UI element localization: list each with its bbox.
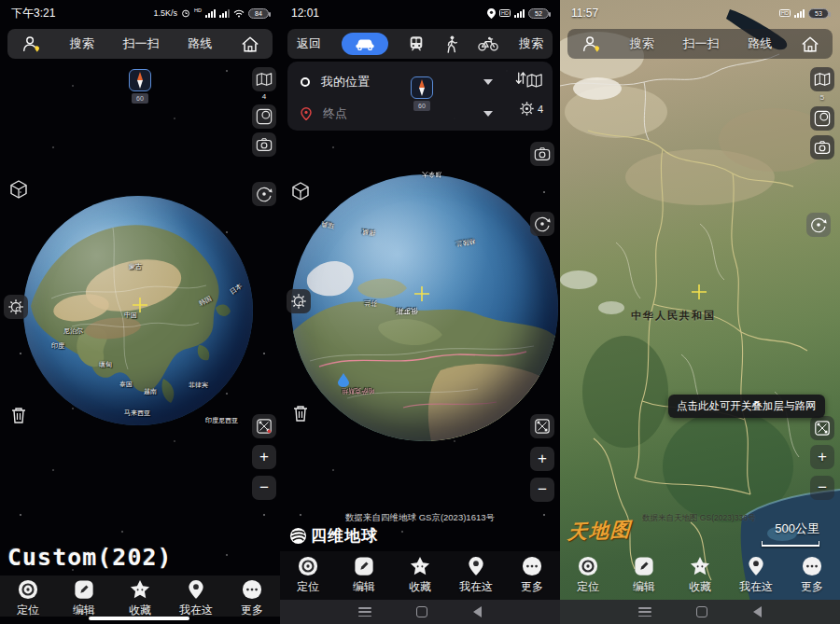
nav-label: 定位 [577, 579, 599, 595]
route-list-button[interactable] [515, 71, 543, 90]
profile-button[interactable] [581, 35, 601, 53]
screenshot-button[interactable] [810, 135, 834, 159]
destination-pin-icon [301, 107, 312, 120]
route-settings-button[interactable]: 4 [519, 101, 543, 117]
camera-icon [814, 140, 831, 155]
profile-button[interactable] [21, 35, 41, 53]
overlay-tooltip[interactable]: 点击此处可开关叠加层与路网 [668, 395, 825, 418]
overlay-grid-icon [814, 420, 831, 437]
search-button[interactable]: 搜索 [630, 35, 654, 52]
map-label: 芬兰 [364, 298, 377, 308]
back-triangle-icon[interactable] [753, 606, 762, 617]
3d-mode-button[interactable] [7, 177, 31, 201]
clock: 11:57 [571, 7, 598, 20]
recent-apps-icon[interactable] [358, 607, 371, 617]
scan-button[interactable]: 扫一扫 [683, 35, 720, 52]
overlay-toggle-button[interactable] [810, 416, 834, 440]
nav-locate[interactable]: 定位 [2, 579, 54, 618]
zoom-in-button[interactable]: + [530, 447, 554, 471]
layer-count-badge: 4 [252, 92, 276, 101]
recent-apps-icon[interactable] [638, 607, 651, 617]
search-button[interactable]: 搜索 [70, 35, 94, 52]
route-to-field[interactable]: 终点 [323, 105, 347, 122]
zoom-in-button[interactable]: + [810, 445, 834, 469]
nav-favorites[interactable]: 收藏 [394, 556, 446, 595]
atlas-button[interactable] [252, 67, 276, 91]
earth-globe-inverted[interactable] [291, 174, 558, 441]
route-to-row[interactable]: 终点 [301, 103, 493, 125]
compass-widget[interactable] [411, 76, 433, 99]
overlay-toggle-button[interactable] [252, 414, 276, 438]
battery-icon: 84 [248, 8, 269, 19]
tianditu-logo: 天地图 [567, 516, 632, 546]
signal-icon-sim2 [219, 9, 230, 18]
screenshot-button[interactable] [252, 132, 276, 157]
nav-label: 定位 [17, 603, 39, 618]
compass-calibrate-button[interactable] [810, 106, 834, 131]
chevron-down-icon[interactable] [483, 79, 493, 85]
nav-locate[interactable]: 定位 [562, 556, 614, 595]
nav-edit[interactable]: 编辑 [58, 579, 110, 618]
data-attribution: 数据来自四维地球 GS京(2023)1613号 [280, 512, 560, 524]
person-icon [581, 35, 601, 53]
net-speed: 1.5K/s [154, 8, 178, 18]
nav-im-here[interactable]: 我在这 [170, 579, 222, 618]
nav-more[interactable]: 更多 [786, 556, 838, 595]
scan-button[interactable]: 扫一扫 [123, 35, 160, 52]
screenshot-button[interactable] [530, 142, 554, 166]
nav-more[interactable]: 更多 [506, 556, 558, 595]
back-triangle-icon[interactable] [473, 606, 482, 617]
home-square-icon[interactable] [416, 606, 427, 617]
map-settings-button[interactable] [287, 289, 311, 313]
nav-more[interactable]: 更多 [226, 579, 278, 618]
map-settings-button[interactable] [4, 295, 28, 319]
nav-edit[interactable]: 编辑 [338, 556, 390, 595]
delete-button[interactable] [7, 403, 31, 427]
mode-walk-button[interactable] [445, 35, 458, 53]
zoom-in-button[interactable]: + [252, 445, 276, 469]
nav-edit[interactable]: 编辑 [618, 556, 670, 595]
folded-map-icon [256, 72, 273, 87]
nav-label: 收藏 [689, 579, 711, 595]
search-button[interactable]: 搜索 [519, 35, 543, 52]
phone-screen-route-planner: 加拿大 格陵兰 挪威 瑞典 芬兰 俄罗斯 哈萨克斯坦 12:01 HD 52 返… [280, 0, 560, 624]
nav-label: 定位 [297, 579, 319, 595]
nav-im-here[interactable]: 我在这 [730, 556, 782, 595]
rotate-view-button[interactable] [806, 213, 831, 237]
zoom-out-button[interactable]: − [252, 476, 276, 500]
home-icon[interactable] [241, 35, 259, 53]
compass-needle-icon [135, 72, 145, 89]
rotate-view-button[interactable] [530, 212, 554, 236]
home-square-icon[interactable] [696, 606, 707, 617]
map-label: 蒙古 [129, 262, 142, 271]
back-button[interactable]: 返回 [297, 35, 321, 52]
mode-transit-button[interactable] [408, 35, 425, 52]
zoom-out-button[interactable]: − [810, 476, 834, 500]
home-indicator[interactable] [89, 617, 189, 620]
compass-calibrate-button[interactable] [252, 104, 276, 129]
nav-locate[interactable]: 定位 [282, 556, 334, 595]
3d-mode-button[interactable] [288, 179, 313, 203]
folded-map-icon [814, 72, 831, 87]
locate-icon [298, 556, 318, 576]
route-button[interactable]: 路线 [188, 35, 212, 52]
route-button[interactable]: 路线 [748, 35, 772, 52]
delete-button[interactable] [288, 401, 313, 425]
nav-favorites[interactable]: 收藏 [674, 556, 726, 595]
chevron-down-icon[interactable] [483, 111, 493, 117]
phone-screen-globe-custom: 蒙古 中国 韩国 日本 印度 尼泊尔 缅甸 泰国 越南 菲律宾 马来西亚 印度尼… [0, 0, 280, 624]
route-from-field[interactable]: 我的位置 [321, 74, 370, 90]
route-from-row[interactable]: 我的位置 [301, 71, 493, 93]
mode-bike-button[interactable] [478, 36, 498, 51]
compass-widget[interactable] [129, 69, 151, 91]
atlas-button[interactable] [810, 67, 834, 91]
overlay-toggle-button[interactable] [530, 414, 554, 438]
nav-favorites[interactable]: 收藏 [114, 579, 166, 618]
nav-im-here[interactable]: 我在这 [450, 556, 502, 595]
gear-icon [7, 298, 24, 315]
rotate-3d-icon [256, 186, 273, 202]
rotate-view-button[interactable] [252, 182, 276, 206]
home-icon[interactable] [801, 35, 819, 53]
zoom-out-button[interactable]: − [530, 478, 554, 502]
mode-drive-button[interactable] [342, 33, 388, 55]
